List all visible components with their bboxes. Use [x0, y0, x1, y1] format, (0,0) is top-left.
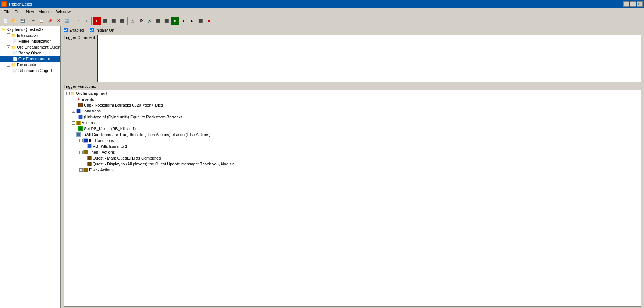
tb-btn-g[interactable]: 🔊 [146, 17, 154, 25]
tb-btn-h[interactable]: ⬛ [154, 17, 162, 25]
tree-initialization[interactable]: - 📁 Initialization [0, 32, 60, 38]
tf-set-icon [78, 126, 83, 131]
tb-btn-e[interactable]: △ [129, 17, 137, 25]
tf-if-all[interactable]: - If (All Conditions are True) then do (… [64, 132, 641, 137]
tree-initialization-label: Initialization [17, 33, 38, 37]
close-button[interactable]: ✕ [637, 1, 643, 7]
tf-events[interactable]: - ⚑ Events [64, 96, 641, 102]
tb-delete[interactable]: ✕ [54, 17, 63, 25]
tb-new[interactable]: 📄 [1, 17, 10, 25]
tb-btn-i[interactable]: ⬛ [163, 17, 171, 25]
enabled-label: Enabled [69, 28, 84, 32]
tb-btn-j[interactable]: ■ [171, 17, 179, 25]
initially-on-label: Initially On [95, 28, 114, 32]
menu-window[interactable]: Window [54, 9, 73, 15]
tb-btn-k[interactable]: ♦ [179, 17, 188, 25]
tree-rifleman[interactable]: 📄 Rifleman in Cage 1 [0, 68, 60, 74]
tf-unit-dies[interactable]: Unit - Rockstorm Barracks 0020 <gen> Die… [64, 102, 641, 108]
tree-rifleman-label: Rifleman in Cage 1 [18, 68, 53, 73]
tb-paste[interactable]: 📌 [46, 17, 54, 25]
tree-melee-init[interactable]: 📄 Melee Initialization [0, 38, 60, 44]
tb-btn-f[interactable]: ⚙ [137, 17, 145, 25]
tree-root[interactable]: 🗁 Kayden's Quest.w3x [0, 26, 60, 32]
toolbar: 📄 📂 💾 ✂ 📋 📌 ✕ 🔤 ↩ ↪ ▶ ⬛ ⬛ ⬛ △ ⚙ 🔊 ⬛ ⬛ ■ … [0, 15, 644, 26]
tf-toggle-if-all[interactable]: - [72, 133, 75, 136]
menu-file[interactable]: File [1, 9, 13, 15]
tf-quest-display[interactable]: Quest - Display to (All players) the Que… [64, 161, 641, 167]
tf-orc-enc[interactable]: - 📁 Orc Encampment [64, 90, 641, 96]
menu-new[interactable]: New [24, 9, 36, 15]
tree-orc-quest[interactable]: - 📁 Orc Encampment Quest [0, 44, 60, 50]
tf-cond-item-icon [78, 114, 83, 119]
enabled-checkbox[interactable] [64, 28, 68, 32]
tb-btn-b[interactable]: ⬛ [101, 17, 109, 25]
comment-label: Trigger Comment: [64, 35, 96, 40]
tb-sep1 [28, 17, 28, 25]
tf-unit-icon [78, 103, 83, 108]
tb-sep4 [127, 17, 128, 25]
initially-on-checkbox-item: Initially On [90, 28, 114, 32]
tf-conditions[interactable]: - Conditions [64, 108, 641, 114]
trigger-functions-area[interactable]: - 📁 Orc Encampment - ⚑ Events Unit - Roc… [64, 90, 641, 307]
tf-set-rb-kills-label: Set RB_Kills = (RB_Kills + 1) [84, 126, 136, 131]
tf-rb-kills-equal[interactable]: RB_Kills Equal to 1 [64, 143, 641, 149]
tb-undo[interactable]: ↩ [74, 17, 82, 25]
tree-rescuable[interactable]: - 📁 Rescuable [0, 62, 60, 68]
tb-rename[interactable]: 🔤 [63, 17, 71, 25]
tf-toggle-conditions[interactable]: - [72, 110, 75, 113]
root-folder-icon: 🗁 [1, 27, 6, 32]
tb-copy[interactable]: 📋 [38, 17, 46, 25]
tb-btn-n[interactable]: ■ [205, 17, 213, 25]
tf-if-conds[interactable]: - If - Conditions [64, 137, 641, 143]
tf-toggle-then[interactable]: - [79, 151, 83, 154]
tb-btn-c[interactable]: ⬛ [110, 17, 118, 25]
tf-quest-mark[interactable]: Quest - Mark Quest1[1] as Completed [64, 155, 641, 161]
tf-toggle-orc[interactable]: - [66, 92, 70, 95]
tb-btn-d[interactable]: ⬛ [118, 17, 126, 25]
tf-events-label: Events [82, 97, 94, 101]
main-area: 🗁 Kayden's Quest.w3x - 📁 Initialization … [0, 26, 644, 308]
tf-toggle-else[interactable]: - [79, 168, 83, 172]
toggle-initialization[interactable]: - [7, 33, 10, 37]
tree-bobby-label: Bobby Olsen [18, 51, 42, 55]
tb-open[interactable]: 📂 [10, 17, 18, 25]
comment-textarea[interactable] [97, 35, 641, 82]
tree-orc-encampment[interactable]: 📄 Orc Encampment [0, 56, 60, 62]
left-panel: 🗁 Kayden's Quest.w3x - 📁 Initialization … [0, 26, 61, 308]
tf-toggle-events[interactable]: - [72, 98, 75, 101]
tf-orc-enc-label: Orc Encampment [76, 91, 107, 96]
tb-btn-a[interactable]: ▶ [93, 17, 101, 25]
enabled-checkbox-item: Enabled [64, 28, 84, 32]
tf-set-rb-kills[interactable]: Set RB_Kills = (RB_Kills + 1) [64, 126, 641, 132]
initially-on-checkbox[interactable] [90, 28, 94, 32]
tf-then-actions-label: Then - Actions [89, 150, 115, 154]
title-text: Trigger Editor [8, 2, 32, 6]
tb-save[interactable]: 💾 [18, 17, 26, 25]
tf-else-actions[interactable]: - Else - Actions [64, 167, 641, 173]
toggle-rescuable[interactable]: - [7, 63, 10, 67]
tree-bobby-olsen[interactable]: 📄 Bobby Olsen [0, 50, 60, 56]
tb-redo[interactable]: ↪ [82, 17, 90, 25]
menu-module[interactable]: Module [36, 9, 54, 15]
tree-melee-init-label: Melee Initialization [18, 39, 52, 43]
tf-then-actions[interactable]: - Then - Actions [64, 149, 641, 155]
menu-edit[interactable]: Edit [13, 9, 24, 15]
maximize-button[interactable]: □ [630, 1, 636, 7]
tb-btn-m[interactable]: ⬛ [196, 17, 204, 25]
tb-cut[interactable]: ✂ [29, 17, 37, 25]
title-bar: ⚡ Trigger Editor ─ □ ✕ [0, 0, 644, 8]
tf-toggle-if-conds[interactable]: - [79, 139, 83, 142]
tf-toggle-actions[interactable]: - [72, 121, 75, 125]
tf-actions[interactable]: - Actions [64, 120, 641, 126]
tree-orc-enc-label: Orc Encampment [18, 57, 50, 61]
tf-quest-display-label: Quest - Display to (All players) the Que… [93, 162, 235, 166]
tf-cond-unit-type[interactable]: (Unit-type of (Dying unit)) Equal to Roc… [64, 114, 641, 120]
orc-enc-icon: 📄 [13, 56, 18, 61]
comment-section: Trigger Comment: [61, 34, 644, 83]
tf-conditions-icon [76, 108, 81, 114]
trigger-options: Enabled Initially On [61, 26, 644, 34]
tf-rb-kills-equal-label: RB_Kills Equal to 1 [93, 144, 127, 148]
minimize-button[interactable]: ─ [623, 1, 629, 7]
tb-btn-l[interactable]: ▶ [188, 17, 196, 25]
toggle-orc-quest[interactable]: - [7, 45, 10, 49]
